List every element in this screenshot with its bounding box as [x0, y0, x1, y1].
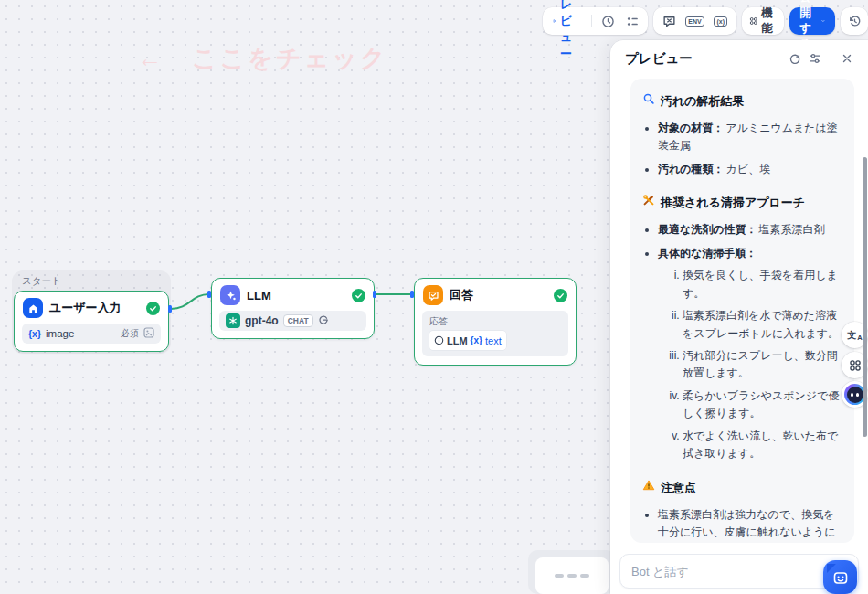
success-check-icon [352, 289, 365, 302]
env-icon: ENV [685, 16, 704, 27]
close-panel-button[interactable] [837, 48, 857, 69]
model-name: gpt-4o [245, 314, 279, 327]
port-start-out[interactable] [168, 305, 172, 313]
checklist-button[interactable] [621, 10, 643, 32]
node-title: LLM [247, 289, 345, 302]
node-user-input[interactable]: ユーザー入力 {x} image 必須 [14, 291, 169, 352]
chat-variable-icon [662, 15, 676, 28]
canvas-controls-backdrop [528, 550, 616, 594]
required-badge: 必須 [121, 327, 139, 340]
bot-face-icon [831, 568, 850, 587]
chat-variables-button[interactable] [658, 10, 680, 32]
success-check-icon [554, 289, 567, 302]
panel-title: プレビュー [625, 50, 785, 68]
canvas-controls[interactable] [535, 557, 609, 594]
warning-icon [642, 478, 655, 497]
llm-sparkle-icon [220, 285, 240, 305]
section-heading: 汚れの解析結果 [661, 91, 745, 111]
node-title: ユーザー入力 [49, 300, 140, 316]
image-type-icon [143, 325, 154, 342]
assistant-message-bubble: 汚れの解析結果 対象の材質：アルミニウムまたは塗装金属 汚れの種類：カビ、埃 推… [630, 79, 854, 543]
home-icon [23, 298, 43, 318]
panel-scrollbar[interactable] [863, 157, 867, 437]
node-title: 回答 [450, 287, 547, 303]
model-mode-badge: CHAT [283, 314, 313, 327]
model-row[interactable]: gpt-4o CHAT [219, 311, 366, 331]
bot-chat-button[interactable] [823, 560, 857, 594]
input-variable-row[interactable]: {x} image 必須 [22, 324, 161, 344]
sliders-icon [809, 52, 821, 65]
restore-icon [848, 15, 862, 28]
play-icon [553, 16, 556, 27]
answer-output-block: 応答 LLM {x} text [422, 311, 568, 356]
translate-icon: 文 [847, 329, 856, 342]
port-llm-out[interactable] [373, 291, 376, 298]
start-node-group: スタート ユーザー入力 {x} image 必須 [12, 270, 171, 354]
cleaning-steps-list: 換気を良くし、手袋を着用します。 塩素系漂白剤を水で薄めた溶液をスプレーボトルに… [658, 267, 842, 462]
version-history-button[interactable] [843, 10, 865, 32]
chevron-down-icon [821, 16, 825, 26]
clock-icon [601, 15, 615, 28]
variable-token-icon: {x} [471, 335, 482, 345]
port-answer-in[interactable] [410, 291, 414, 298]
success-check-icon [146, 302, 160, 315]
start-group-label: スタート [14, 272, 169, 291]
variable-name: image [46, 328, 74, 339]
refresh-icon [789, 52, 801, 65]
ref-node-name: LLM [447, 335, 468, 346]
magnifier-icon [642, 91, 655, 111]
features-grid-icon [749, 15, 758, 27]
caution-list: 塩素系漂白剤は強力なので、換気を十分に行い、皮膚に触れないようにしてください。 … [642, 506, 842, 543]
analysis-list: 対象の材質：アルミニウムまたは塗装金属 汚れの種類：カビ、埃 [642, 120, 842, 178]
approach-list: 最適な洗剤の性質：塩素系漂白剤 具体的な清掃手順： 換気を良くし、手袋を着用しま… [642, 221, 842, 462]
ref-variable-name: text [485, 335, 502, 346]
variables-icon: (x) [714, 16, 727, 27]
port-llm-in[interactable] [207, 291, 211, 298]
openai-logo-icon [226, 313, 240, 328]
node-llm[interactable]: LLM gpt-4o CHAT [211, 278, 375, 339]
top-toolbar: プレビュー ENV (x) 機能 公開する [543, 7, 868, 35]
apps-grid-icon [849, 359, 862, 372]
checklist-icon [626, 15, 640, 28]
info-icon [434, 333, 444, 349]
section-heading: 推奨される清掃アプローチ [661, 193, 805, 212]
variable-reference-chip[interactable]: LLM {x} text [429, 331, 506, 350]
preview-panel: プレビュー 汚れの解析結果 対象の材質：アルミニウムまたは塗装金属 汚れの種類：… [610, 40, 868, 594]
node-answer[interactable]: 回答 応答 LLM {x} text [414, 278, 577, 366]
run-history-button[interactable] [597, 10, 619, 32]
features-button[interactable]: 機能 [746, 10, 780, 32]
answer-bubble-icon [423, 285, 443, 305]
close-icon [842, 53, 852, 64]
publish-button[interactable]: 公開する [789, 7, 835, 35]
variable-token-icon: {x} [28, 328, 41, 339]
environment-variables-button[interactable]: ENV [683, 10, 706, 32]
variables-inspect-button[interactable]: (x) [710, 10, 732, 32]
preview-button[interactable]: プレビュー [547, 10, 586, 32]
tools-icon [642, 193, 655, 212]
watermark-text: ← ここをチェック [137, 42, 387, 75]
answer-output-label: 応答 [429, 315, 561, 328]
model-feature-icon [318, 313, 329, 329]
section-heading: 注意点 [661, 478, 696, 497]
